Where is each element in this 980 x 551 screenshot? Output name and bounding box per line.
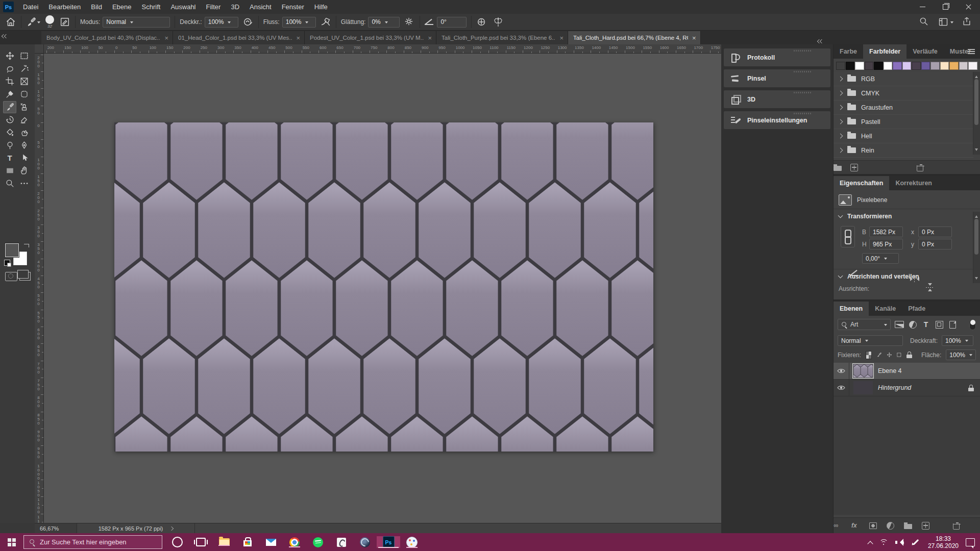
menu-item[interactable]: Fenster bbox=[277, 0, 309, 14]
dock-button-brush-settings[interactable]: Pinseleinstellungen bbox=[724, 111, 830, 129]
panel-tab[interactable]: Ebenen bbox=[834, 302, 869, 316]
panel-tab[interactable]: Farbe bbox=[834, 44, 863, 59]
transform-section-header[interactable]: Transformieren bbox=[839, 213, 892, 220]
filter-smart-objects-icon[interactable] bbox=[948, 320, 957, 329]
expand-arrow-icon[interactable] bbox=[838, 119, 843, 124]
clone-stamp-tool[interactable] bbox=[17, 101, 31, 113]
link-layers-icon[interactable]: ∞ bbox=[834, 522, 842, 529]
expand-arrow-icon[interactable] bbox=[838, 105, 843, 110]
fill-select[interactable]: 100% bbox=[946, 349, 976, 360]
new-swatch-icon[interactable] bbox=[850, 164, 858, 171]
lock-artboard-icon[interactable] bbox=[896, 351, 902, 359]
menu-item[interactable]: Ebene bbox=[107, 0, 137, 14]
marquee-tool[interactable] bbox=[17, 50, 31, 62]
panel-tab[interactable]: Verläufe bbox=[906, 44, 944, 59]
action-center-icon[interactable] bbox=[966, 538, 975, 546]
adjustment-layer-icon[interactable] bbox=[887, 522, 894, 530]
document-tab[interactable]: Body_UV_Color_1.psd bei 40,3% (Displac..… bbox=[41, 31, 173, 44]
swatch-group-row[interactable]: RGB bbox=[834, 72, 973, 86]
close-button[interactable] bbox=[957, 0, 980, 14]
pen-tool[interactable] bbox=[17, 139, 31, 152]
height-field[interactable]: 965 Px bbox=[869, 239, 903, 249]
layer-blend-mode-select[interactable]: Normal bbox=[838, 335, 903, 346]
layer-row[interactable]: Hintergrund bbox=[834, 380, 980, 396]
document-info[interactable]: 1582 Px x 965 Px (72 ppi) bbox=[77, 523, 195, 534]
y-field[interactable]: 0 Px bbox=[918, 239, 952, 249]
x-field[interactable]: 0 Px bbox=[918, 227, 952, 237]
color-swatch[interactable] bbox=[893, 62, 902, 70]
color-swatch[interactable] bbox=[940, 62, 949, 70]
taskbar-app-button[interactable] bbox=[330, 538, 353, 547]
screen-mode-icon[interactable] bbox=[19, 272, 31, 281]
color-swatch[interactable] bbox=[865, 62, 874, 70]
document-tab[interactable]: Tali_Cloth_Purple.psd bei 33,3% (Ebene 6… bbox=[436, 31, 568, 44]
lock-position-icon[interactable] bbox=[887, 351, 892, 359]
new-group-icon[interactable] bbox=[834, 166, 842, 171]
panel-tab[interactable]: Pfade bbox=[902, 302, 932, 316]
lasso-tool[interactable] bbox=[3, 63, 16, 75]
color-swatch[interactable] bbox=[949, 62, 959, 70]
history-brush-tool[interactable] bbox=[3, 114, 16, 126]
share-icon[interactable] bbox=[962, 16, 973, 28]
brush-settings-toggle-icon[interactable] bbox=[59, 16, 70, 28]
color-swatch[interactable] bbox=[846, 62, 855, 70]
filter-pixel-layers-icon[interactable] bbox=[895, 320, 904, 329]
restore-button[interactable] bbox=[934, 0, 957, 14]
swatches-scrollbar[interactable] bbox=[973, 72, 980, 155]
gear-icon[interactable] bbox=[404, 16, 415, 28]
link-dimensions-icon[interactable] bbox=[841, 226, 855, 247]
opacity-select[interactable]: 100% bbox=[205, 17, 238, 28]
dock-button-brushes[interactable]: Pinsel bbox=[724, 69, 830, 87]
smudge-tool[interactable] bbox=[17, 127, 31, 139]
delete-layer-icon[interactable] bbox=[953, 523, 960, 530]
document-tab[interactable]: Tali_Cloth_Hard.psd bei 66,7% (Ebene 4, … bbox=[568, 31, 701, 44]
type-tool[interactable]: T bbox=[3, 152, 16, 164]
panel-menu-icon[interactable] bbox=[968, 51, 975, 52]
menu-item[interactable]: Schrift bbox=[137, 0, 166, 14]
layer-thumbnail[interactable] bbox=[853, 381, 873, 394]
volume-icon[interactable] bbox=[895, 538, 904, 546]
symmetry-icon[interactable] bbox=[493, 16, 504, 28]
swap-colors-icon[interactable] bbox=[23, 241, 30, 247]
magic-wand-tool[interactable] bbox=[17, 63, 31, 75]
filter-type-layers-icon[interactable]: T bbox=[921, 320, 930, 329]
panel-tab[interactable]: Eigenschaften bbox=[834, 176, 889, 190]
expand-arrow-icon[interactable] bbox=[838, 77, 843, 82]
swatch-group-row[interactable]: Hell bbox=[834, 129, 973, 143]
taskbar-app-button[interactable] bbox=[353, 537, 377, 547]
canvas-document[interactable] bbox=[114, 122, 653, 452]
properties-scrollbar[interactable] bbox=[973, 212, 980, 283]
dock-collapse-icon[interactable] bbox=[818, 39, 823, 44]
frame-tool[interactable] bbox=[17, 76, 31, 88]
swatch-group-row[interactable]: Rein bbox=[834, 143, 973, 158]
healing-brush-tool[interactable] bbox=[17, 88, 31, 101]
tray-expand-icon[interactable] bbox=[867, 540, 872, 544]
swatch-group-row[interactable]: Pastell bbox=[834, 115, 973, 129]
more-tools-button[interactable] bbox=[17, 178, 31, 190]
panel-tab[interactable]: Farbfelder bbox=[863, 44, 906, 59]
default-colors-icon[interactable] bbox=[4, 260, 10, 266]
smoothing-select[interactable]: 0% bbox=[368, 17, 400, 28]
color-swatch[interactable] bbox=[902, 62, 912, 70]
taskbar-search-box[interactable]: Zur Suche Text hier eingeben bbox=[23, 535, 162, 549]
filter-shape-layers-icon[interactable] bbox=[935, 320, 944, 329]
lock-all-icon[interactable] bbox=[906, 352, 911, 358]
color-swatch[interactable] bbox=[921, 62, 930, 70]
tab-close-icon[interactable]: × bbox=[428, 34, 432, 42]
wifi-icon[interactable] bbox=[879, 538, 888, 546]
quick-mask-icon[interactable] bbox=[5, 272, 17, 281]
color-swatch[interactable] bbox=[968, 62, 977, 70]
lock-paint-icon[interactable] bbox=[876, 351, 882, 359]
taskbar-app-button[interactable] bbox=[259, 539, 283, 546]
menu-item[interactable]: Auswahl bbox=[165, 0, 201, 14]
home-icon[interactable] bbox=[5, 16, 16, 28]
width-field[interactable]: 1582 Px bbox=[869, 227, 903, 237]
document-tab[interactable]: 01_Head_Color_1.psd bei 33,3% (UV Mes...… bbox=[173, 31, 305, 44]
color-swatch[interactable] bbox=[959, 62, 968, 70]
menu-item[interactable]: Datei bbox=[18, 0, 43, 14]
menu-item[interactable]: Filter bbox=[201, 0, 226, 14]
lock-transparency-icon[interactable] bbox=[866, 351, 872, 359]
tab-close-icon[interactable]: × bbox=[559, 34, 564, 42]
taskbar-app-button[interactable] bbox=[165, 537, 189, 547]
filter-toggle-switch[interactable] bbox=[969, 319, 976, 330]
